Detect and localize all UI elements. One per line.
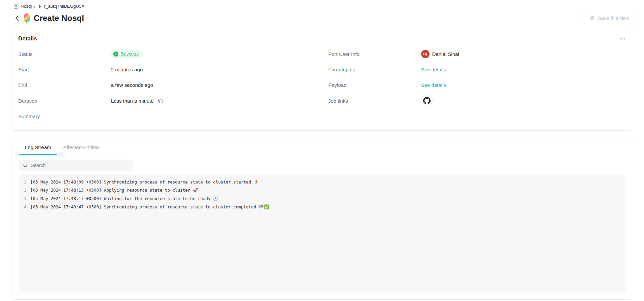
breadcrumb-separator: / — [34, 4, 35, 9]
log-line-number: 3 — [19, 196, 30, 201]
save-view-button[interactable]: Save this view — [583, 12, 635, 24]
detail-row-duration: Duration Less than a minute — [18, 93, 316, 108]
save-view-label: Save this view — [598, 15, 629, 21]
search-input[interactable] — [31, 163, 129, 168]
start-label: Start — [18, 67, 111, 72]
details-right-column: Port User Info LQ Daniel Sinai Form Inpu… — [328, 46, 626, 124]
breadcrumb-run-label: r_a6lxj7hllDEGgU5X — [44, 4, 84, 9]
details-card-title: Details — [18, 35, 37, 42]
log-line-number: 4 — [19, 204, 30, 209]
run-details-page: Nosql / r_a6lxj7hllDEGgU5X Create Nosql — [0, 0, 644, 301]
details-card: Details Status ✓ Success Start 2 min — [11, 29, 633, 131]
detail-row-start: Start 2 minutes ago — [18, 62, 316, 77]
log-line: 2 [05 May 2024 17:48:13 +0300] Applying … — [19, 186, 625, 195]
log-line-text: [05 May 2024 17:48:17 +0300] Waiting for… — [30, 196, 218, 201]
log-line-text: [05 May 2024 17:48:47 +0300] Synchronizi… — [30, 204, 269, 209]
copy-icon[interactable] — [158, 98, 164, 104]
log-line-text: [05 May 2024 17:48:09 +0300] Synchronizi… — [30, 179, 259, 185]
log-line: 3 [05 May 2024 17:48:17 +0300] Waiting f… — [19, 194, 625, 203]
status-label: Status — [18, 51, 111, 57]
end-label: End — [18, 82, 111, 88]
save-icon — [589, 15, 595, 21]
payload-see-details-link[interactable]: See details — [421, 82, 446, 88]
payload-label: Payload — [328, 82, 421, 88]
log-line: 1 [05 May 2024 17:48:09 +0300] Synchroni… — [19, 178, 625, 186]
log-line-number: 2 — [19, 188, 30, 193]
user-avatar: LQ — [421, 50, 430, 58]
status-badge: ✓ Success — [111, 49, 143, 58]
form-inputs-label: Form Inputs — [328, 67, 421, 72]
check-circle-icon: ✓ — [113, 52, 118, 57]
duration-value: Less than a minute — [111, 98, 154, 104]
breadcrumb-run[interactable]: r_a6lxj7hllDEGgU5X — [38, 4, 84, 9]
job-links-label: Job links — [328, 98, 421, 104]
end-value: a few seconds ago — [111, 82, 153, 88]
detail-row-status: Status ✓ Success — [18, 46, 316, 62]
breadcrumb-blueprint-label: Nosql — [21, 4, 32, 9]
detail-row-job-links: Job links — [328, 93, 626, 108]
log-line-text: [05 May 2024 17:48:13 +0300] Applying re… — [30, 188, 198, 193]
ellipsis-menu-icon[interactable] — [618, 36, 626, 41]
detail-row-payload: Payload See details — [328, 77, 626, 93]
lightning-bolt-icon — [38, 4, 42, 8]
user-name: Daniel Sinai — [432, 51, 459, 57]
log-search-box — [19, 160, 134, 171]
page-header: Create Nosql Save this view — [13, 11, 635, 25]
detail-row-user: Port User Info LQ Daniel Sinai — [328, 46, 626, 62]
detail-row-summary: Summary — [18, 109, 316, 124]
github-icon — [423, 97, 431, 104]
tab-log-stream[interactable]: Log Stream — [19, 139, 57, 155]
log-line-number: 1 — [19, 179, 30, 185]
duration-label: Duration — [18, 98, 111, 104]
summary-label: Summary — [18, 113, 111, 119]
tabs: Log Stream Affected Entities — [11, 139, 633, 155]
breadcrumb-blueprint[interactable]: Nosql — [13, 4, 32, 9]
start-value: 2 minutes ago — [111, 67, 143, 72]
detail-row-end: End a few seconds ago — [18, 77, 316, 93]
search-icon — [23, 163, 28, 168]
blueprint-popsicle-icon — [24, 13, 30, 22]
catalog-list-icon — [13, 4, 19, 9]
details-body: Status ✓ Success Start 2 minutes ago End… — [18, 46, 626, 124]
tab-affected-entities[interactable]: Affected Entities — [57, 139, 106, 155]
page-title: Create Nosql — [34, 13, 84, 23]
github-link-button[interactable] — [421, 95, 433, 106]
log-stream-card: Log Stream Affected Entities 1 [05 May 2… — [11, 139, 633, 300]
details-left-column: Status ✓ Success Start 2 minutes ago End… — [18, 46, 316, 124]
breadcrumb: Nosql / r_a6lxj7hllDEGgU5X — [13, 3, 84, 9]
port-user-info-label: Port User Info — [328, 51, 421, 57]
log-panel: 1 [05 May 2024 17:48:09 +0300] Synchroni… — [19, 174, 625, 293]
back-button[interactable] — [13, 14, 21, 22]
chevron-left-icon — [15, 15, 19, 21]
form-inputs-see-details-link[interactable]: See details — [421, 67, 446, 72]
detail-row-form-inputs: Form Inputs See details — [328, 62, 626, 77]
log-line: 4 [05 May 2024 17:48:47 +0300] Synchroni… — [19, 203, 625, 211]
status-value: Success — [121, 51, 139, 57]
